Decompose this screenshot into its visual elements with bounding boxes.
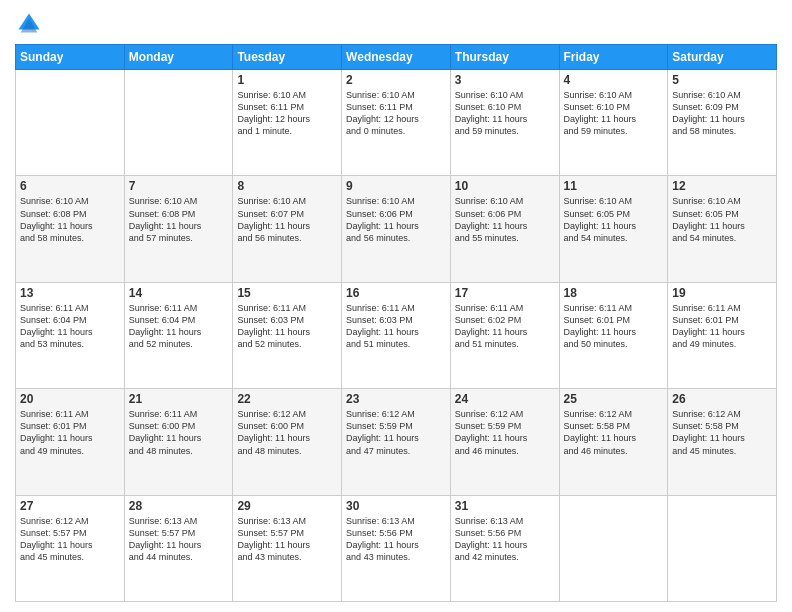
- calendar-cell: 8Sunrise: 6:10 AM Sunset: 6:07 PM Daylig…: [233, 176, 342, 282]
- cell-content: Sunrise: 6:11 AM Sunset: 6:03 PM Dayligh…: [237, 302, 337, 351]
- calendar-cell: 3Sunrise: 6:10 AM Sunset: 6:10 PM Daylig…: [450, 70, 559, 176]
- cell-content: Sunrise: 6:12 AM Sunset: 5:57 PM Dayligh…: [20, 515, 120, 564]
- calendar-cell: 21Sunrise: 6:11 AM Sunset: 6:00 PM Dayli…: [124, 389, 233, 495]
- header: [15, 10, 777, 38]
- week-row-2: 6Sunrise: 6:10 AM Sunset: 6:08 PM Daylig…: [16, 176, 777, 282]
- cell-content: Sunrise: 6:13 AM Sunset: 5:57 PM Dayligh…: [237, 515, 337, 564]
- calendar-cell: [559, 495, 668, 601]
- day-number: 2: [346, 73, 446, 87]
- cell-content: Sunrise: 6:10 AM Sunset: 6:08 PM Dayligh…: [20, 195, 120, 244]
- page: SundayMondayTuesdayWednesdayThursdayFrid…: [0, 0, 792, 612]
- week-row-1: 1Sunrise: 6:10 AM Sunset: 6:11 PM Daylig…: [16, 70, 777, 176]
- day-number: 27: [20, 499, 120, 513]
- weekday-header-thursday: Thursday: [450, 45, 559, 70]
- day-number: 23: [346, 392, 446, 406]
- day-number: 26: [672, 392, 772, 406]
- cell-content: Sunrise: 6:10 AM Sunset: 6:10 PM Dayligh…: [564, 89, 664, 138]
- week-row-3: 13Sunrise: 6:11 AM Sunset: 6:04 PM Dayli…: [16, 282, 777, 388]
- day-number: 31: [455, 499, 555, 513]
- day-number: 11: [564, 179, 664, 193]
- cell-content: Sunrise: 6:12 AM Sunset: 5:58 PM Dayligh…: [564, 408, 664, 457]
- calendar-cell: 23Sunrise: 6:12 AM Sunset: 5:59 PM Dayli…: [342, 389, 451, 495]
- cell-content: Sunrise: 6:11 AM Sunset: 6:01 PM Dayligh…: [20, 408, 120, 457]
- calendar-cell: 7Sunrise: 6:10 AM Sunset: 6:08 PM Daylig…: [124, 176, 233, 282]
- calendar-cell: 29Sunrise: 6:13 AM Sunset: 5:57 PM Dayli…: [233, 495, 342, 601]
- cell-content: Sunrise: 6:12 AM Sunset: 5:59 PM Dayligh…: [455, 408, 555, 457]
- calendar-cell: 13Sunrise: 6:11 AM Sunset: 6:04 PM Dayli…: [16, 282, 125, 388]
- cell-content: Sunrise: 6:10 AM Sunset: 6:10 PM Dayligh…: [455, 89, 555, 138]
- calendar-cell: [16, 70, 125, 176]
- day-number: 13: [20, 286, 120, 300]
- day-number: 12: [672, 179, 772, 193]
- calendar-cell: 24Sunrise: 6:12 AM Sunset: 5:59 PM Dayli…: [450, 389, 559, 495]
- cell-content: Sunrise: 6:13 AM Sunset: 5:56 PM Dayligh…: [346, 515, 446, 564]
- day-number: 24: [455, 392, 555, 406]
- day-number: 9: [346, 179, 446, 193]
- cell-content: Sunrise: 6:12 AM Sunset: 6:00 PM Dayligh…: [237, 408, 337, 457]
- calendar-cell: 26Sunrise: 6:12 AM Sunset: 5:58 PM Dayli…: [668, 389, 777, 495]
- cell-content: Sunrise: 6:11 AM Sunset: 6:02 PM Dayligh…: [455, 302, 555, 351]
- calendar-cell: 10Sunrise: 6:10 AM Sunset: 6:06 PM Dayli…: [450, 176, 559, 282]
- calendar-cell: 14Sunrise: 6:11 AM Sunset: 6:04 PM Dayli…: [124, 282, 233, 388]
- day-number: 6: [20, 179, 120, 193]
- calendar-cell: 18Sunrise: 6:11 AM Sunset: 6:01 PM Dayli…: [559, 282, 668, 388]
- calendar-cell: 30Sunrise: 6:13 AM Sunset: 5:56 PM Dayli…: [342, 495, 451, 601]
- cell-content: Sunrise: 6:11 AM Sunset: 6:04 PM Dayligh…: [129, 302, 229, 351]
- cell-content: Sunrise: 6:10 AM Sunset: 6:11 PM Dayligh…: [237, 89, 337, 138]
- calendar-cell: [124, 70, 233, 176]
- calendar-cell: 11Sunrise: 6:10 AM Sunset: 6:05 PM Dayli…: [559, 176, 668, 282]
- weekday-header-sunday: Sunday: [16, 45, 125, 70]
- day-number: 14: [129, 286, 229, 300]
- cell-content: Sunrise: 6:11 AM Sunset: 6:00 PM Dayligh…: [129, 408, 229, 457]
- calendar-cell: 25Sunrise: 6:12 AM Sunset: 5:58 PM Dayli…: [559, 389, 668, 495]
- calendar-cell: 15Sunrise: 6:11 AM Sunset: 6:03 PM Dayli…: [233, 282, 342, 388]
- day-number: 19: [672, 286, 772, 300]
- cell-content: Sunrise: 6:12 AM Sunset: 5:59 PM Dayligh…: [346, 408, 446, 457]
- calendar-cell: 12Sunrise: 6:10 AM Sunset: 6:05 PM Dayli…: [668, 176, 777, 282]
- day-number: 22: [237, 392, 337, 406]
- week-row-5: 27Sunrise: 6:12 AM Sunset: 5:57 PM Dayli…: [16, 495, 777, 601]
- calendar-cell: 28Sunrise: 6:13 AM Sunset: 5:57 PM Dayli…: [124, 495, 233, 601]
- calendar-cell: 6Sunrise: 6:10 AM Sunset: 6:08 PM Daylig…: [16, 176, 125, 282]
- cell-content: Sunrise: 6:11 AM Sunset: 6:01 PM Dayligh…: [564, 302, 664, 351]
- day-number: 28: [129, 499, 229, 513]
- calendar-cell: [668, 495, 777, 601]
- day-number: 16: [346, 286, 446, 300]
- calendar-cell: 16Sunrise: 6:11 AM Sunset: 6:03 PM Dayli…: [342, 282, 451, 388]
- cell-content: Sunrise: 6:11 AM Sunset: 6:04 PM Dayligh…: [20, 302, 120, 351]
- day-number: 8: [237, 179, 337, 193]
- cell-content: Sunrise: 6:10 AM Sunset: 6:08 PM Dayligh…: [129, 195, 229, 244]
- cell-content: Sunrise: 6:11 AM Sunset: 6:03 PM Dayligh…: [346, 302, 446, 351]
- cell-content: Sunrise: 6:10 AM Sunset: 6:11 PM Dayligh…: [346, 89, 446, 138]
- calendar-cell: 9Sunrise: 6:10 AM Sunset: 6:06 PM Daylig…: [342, 176, 451, 282]
- cell-content: Sunrise: 6:10 AM Sunset: 6:06 PM Dayligh…: [346, 195, 446, 244]
- weekday-header-row: SundayMondayTuesdayWednesdayThursdayFrid…: [16, 45, 777, 70]
- day-number: 21: [129, 392, 229, 406]
- day-number: 7: [129, 179, 229, 193]
- day-number: 5: [672, 73, 772, 87]
- day-number: 3: [455, 73, 555, 87]
- calendar-cell: 4Sunrise: 6:10 AM Sunset: 6:10 PM Daylig…: [559, 70, 668, 176]
- logo-icon: [15, 10, 43, 38]
- calendar-cell: 19Sunrise: 6:11 AM Sunset: 6:01 PM Dayli…: [668, 282, 777, 388]
- logo: [15, 10, 47, 38]
- cell-content: Sunrise: 6:10 AM Sunset: 6:05 PM Dayligh…: [672, 195, 772, 244]
- cell-content: Sunrise: 6:10 AM Sunset: 6:06 PM Dayligh…: [455, 195, 555, 244]
- day-number: 15: [237, 286, 337, 300]
- weekday-header-monday: Monday: [124, 45, 233, 70]
- day-number: 25: [564, 392, 664, 406]
- calendar-cell: 22Sunrise: 6:12 AM Sunset: 6:00 PM Dayli…: [233, 389, 342, 495]
- day-number: 18: [564, 286, 664, 300]
- cell-content: Sunrise: 6:13 AM Sunset: 5:57 PM Dayligh…: [129, 515, 229, 564]
- calendar-table: SundayMondayTuesdayWednesdayThursdayFrid…: [15, 44, 777, 602]
- calendar-cell: 31Sunrise: 6:13 AM Sunset: 5:56 PM Dayli…: [450, 495, 559, 601]
- cell-content: Sunrise: 6:13 AM Sunset: 5:56 PM Dayligh…: [455, 515, 555, 564]
- week-row-4: 20Sunrise: 6:11 AM Sunset: 6:01 PM Dayli…: [16, 389, 777, 495]
- calendar-cell: 17Sunrise: 6:11 AM Sunset: 6:02 PM Dayli…: [450, 282, 559, 388]
- calendar-cell: 27Sunrise: 6:12 AM Sunset: 5:57 PM Dayli…: [16, 495, 125, 601]
- cell-content: Sunrise: 6:12 AM Sunset: 5:58 PM Dayligh…: [672, 408, 772, 457]
- calendar-cell: 20Sunrise: 6:11 AM Sunset: 6:01 PM Dayli…: [16, 389, 125, 495]
- day-number: 17: [455, 286, 555, 300]
- day-number: 30: [346, 499, 446, 513]
- day-number: 29: [237, 499, 337, 513]
